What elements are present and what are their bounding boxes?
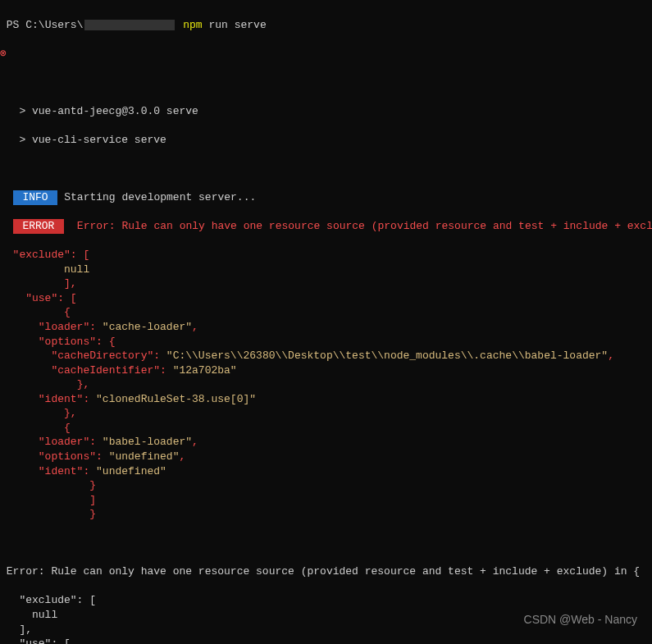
json-line: "ident": "undefined" xyxy=(0,464,652,479)
info-line: INFO Starting development server... xyxy=(0,190,652,205)
json-line: "options": { xyxy=(0,335,652,349)
script-echo: > vue-antd-jeecg@3.0.0 serve xyxy=(0,104,652,119)
json-line: "exclude": [ xyxy=(0,593,652,608)
blank-line xyxy=(0,75,652,90)
json-line: "options": "undefined", xyxy=(0,450,652,464)
json-line: ], xyxy=(0,276,652,291)
info-badge: INFO xyxy=(13,190,58,205)
plain-error-header: Error: Rule can only have one resource s… xyxy=(0,564,652,579)
colored-json-block: "exclude": [ null ], "use": [ { "loader"… xyxy=(0,248,652,521)
json-line: }, xyxy=(0,406,652,421)
json-line: "loader": "babel-loader", xyxy=(0,435,652,450)
json-line: "loader": "cache-loader", xyxy=(0,320,652,335)
json-line: "use": [ xyxy=(0,637,652,644)
json-line: { xyxy=(0,421,652,436)
json-line: } xyxy=(0,478,652,493)
redacted-path xyxy=(84,20,175,30)
json-line: "exclude": [ xyxy=(0,248,652,263)
prompt-line: PS C:\Users\ npm run serve xyxy=(0,18,652,33)
json-line: "ident": "clonedRuleSet-38.use[0]" xyxy=(0,392,652,407)
script-echo: > vue-cli-service serve xyxy=(0,133,652,148)
json-line: "use": [ xyxy=(0,291,652,306)
json-line: "cacheIdentifier": "12a702ba" xyxy=(0,363,652,378)
json-line: } xyxy=(0,507,652,522)
json-line: null xyxy=(0,263,652,277)
error-line: ERROR Error: Rule can only have one reso… xyxy=(0,219,652,234)
terminal-output: PS C:\Users\ npm run serve ⊗ > vue-antd-… xyxy=(0,0,652,644)
json-line: }, xyxy=(0,377,652,392)
json-line: "cacheDirectory": "C:\\Users\\26380\\Des… xyxy=(0,349,652,363)
watermark: CSDN @Web - Nancy xyxy=(524,612,637,628)
json-line: { xyxy=(0,305,652,320)
json-line: ] xyxy=(0,493,652,508)
blank-line xyxy=(0,162,652,176)
blank-line xyxy=(0,536,652,550)
error-x-icon: ⊗ xyxy=(0,47,652,62)
error-badge: ERROR xyxy=(13,219,65,234)
